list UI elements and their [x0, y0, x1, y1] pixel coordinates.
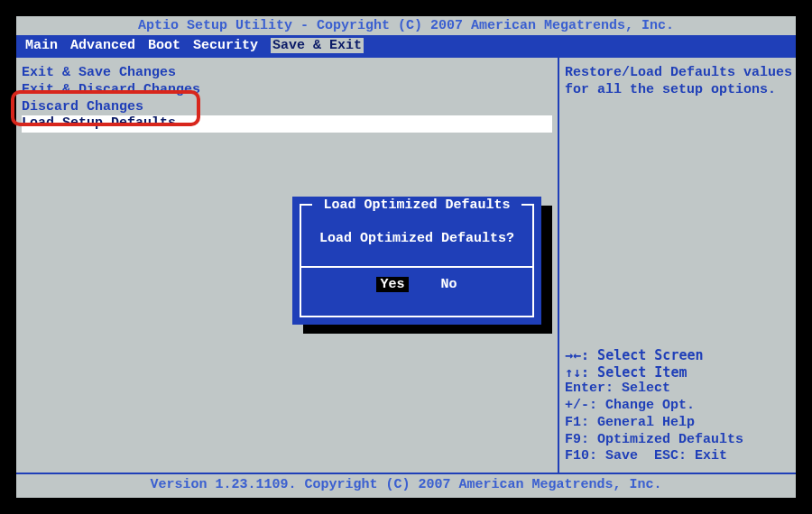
dialog-title: Load Optimized Defaults: [312, 197, 521, 213]
dialog-inner: Load Optimized Defaults Load Optimized D…: [300, 204, 534, 317]
header-title: Aptio Setup Utility - Copyright (C) 2007…: [16, 16, 796, 35]
key-select-screen: →←: Select Screen: [565, 347, 790, 364]
opt-load-defaults[interactable]: Load Setup Defaults: [22, 115, 552, 133]
dialog-buttons: Yes No: [301, 277, 532, 292]
help-line-2: for all the setup options.: [565, 82, 790, 99]
dialog-yes-button[interactable]: Yes: [376, 277, 408, 292]
key-enter: Enter: Select: [565, 381, 790, 398]
dialog-no-button[interactable]: No: [441, 277, 457, 292]
key-change: +/-: Change Opt.: [565, 398, 790, 415]
opt-discard[interactable]: Discard Changes: [22, 99, 552, 116]
menu-save-exit[interactable]: Save & Exit: [271, 38, 364, 53]
key-f9: F9: Optimized Defaults: [565, 432, 790, 449]
dialog-message: Load Optimized Defaults?: [301, 231, 532, 246]
menu-security[interactable]: Security: [193, 38, 258, 53]
right-pane: Restore/Load Defaults values for all the…: [559, 58, 796, 473]
key-f10: F10: Save ESC: Exit: [565, 448, 790, 465]
menu-bar: Main Advanced Boot Security Save & Exit: [16, 35, 796, 56]
dialog-separator: [301, 266, 532, 268]
key-help: →←: Select Screen ↑↓: Select Item Enter:…: [565, 347, 790, 465]
menu-advanced[interactable]: Advanced: [70, 38, 135, 53]
opt-exit-save[interactable]: Exit & Save Changes: [22, 65, 552, 82]
help-text: Restore/Load Defaults values for all the…: [565, 65, 790, 99]
confirm-dialog: Load Optimized Defaults Load Optimized D…: [292, 197, 541, 325]
help-line-1: Restore/Load Defaults values: [565, 65, 790, 82]
key-f1: F1: General Help: [565, 415, 790, 432]
footer-text: Version 1.23.1109. Copyright (C) 2007 Am…: [16, 474, 796, 495]
menu-main[interactable]: Main: [25, 38, 58, 53]
menu-boot[interactable]: Boot: [148, 38, 180, 53]
key-select-item: ↑↓: Select Item: [565, 364, 790, 381]
opt-exit-discard[interactable]: Exit & Discard Changes: [22, 82, 552, 99]
